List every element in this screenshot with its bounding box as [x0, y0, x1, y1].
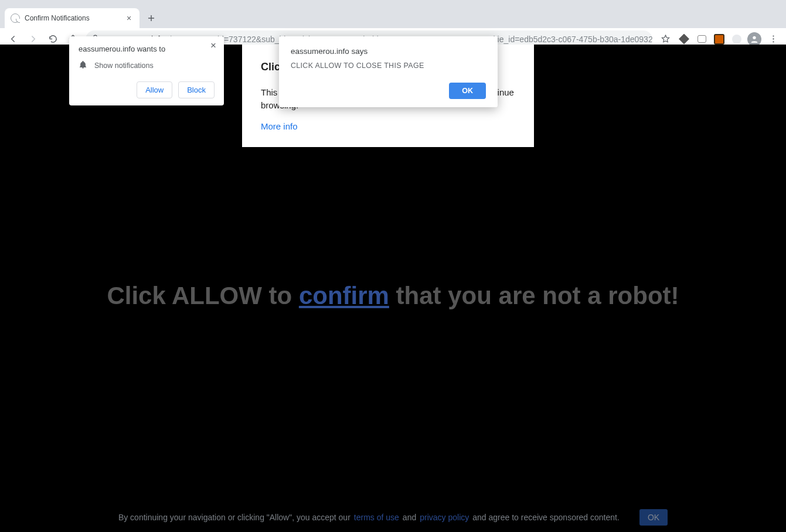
notification-permission-prompt: × eassumerou.info wants to Show notifica… [69, 36, 224, 105]
tab-strip: Confirm Notifications × [0, 6, 786, 28]
browser-tab[interactable]: Confirm Notifications × [5, 8, 139, 28]
prompt-title: eassumerou.info wants to [79, 45, 215, 53]
svg-point-6 [753, 36, 756, 39]
alert-message: CLICK ALLOW TO CLOSE THIS PAGE [291, 62, 486, 70]
svg-point-8 [773, 38, 774, 39]
tab-close-button[interactable]: × [124, 13, 134, 23]
svg-point-7 [773, 35, 774, 36]
page-content: Click Allow This website wants to show y… [0, 45, 786, 532]
privacy-link[interactable]: privacy policy [420, 513, 469, 522]
tab-title: Confirm Notifications [25, 14, 90, 22]
consent-bar: By continuing your navigation or clickin… [0, 503, 786, 532]
svg-point-9 [773, 41, 774, 42]
javascript-alert-dialog: eassumerou.info says CLICK ALLOW TO CLOS… [279, 36, 498, 107]
prompt-close-button[interactable]: × [207, 40, 219, 52]
prompt-permission-label: Show notifications [94, 62, 154, 70]
consent-ok-button[interactable]: OK [639, 509, 668, 526]
alert-ok-button[interactable]: OK [449, 83, 486, 99]
new-tab-button[interactable] [143, 10, 159, 26]
confirm-link[interactable]: confirm [299, 282, 389, 309]
bell-icon [79, 60, 87, 71]
alert-title: eassumerou.info says [291, 47, 486, 56]
more-info-link[interactable]: More info [261, 121, 515, 131]
window-titlebar [0, 0, 786, 6]
block-button[interactable]: Block [178, 81, 215, 98]
allow-button[interactable]: Allow [137, 81, 172, 98]
page-main-text: Click ALLOW to confirm that you are not … [0, 282, 786, 310]
terms-link[interactable]: terms of use [354, 513, 399, 522]
globe-icon [11, 13, 20, 23]
